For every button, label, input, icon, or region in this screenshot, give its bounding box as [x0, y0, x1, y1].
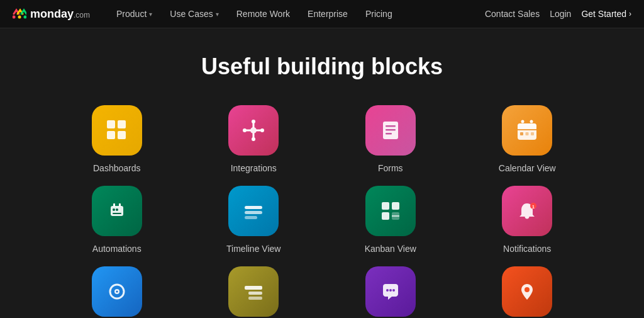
kanban-icon [365, 186, 416, 236]
svg-point-24 [530, 120, 533, 123]
get-started-button[interactable]: Get Started › [581, 9, 631, 19]
svg-point-14 [243, 128, 247, 132]
svg-rect-35 [245, 211, 262, 214]
updates-icon [365, 266, 416, 317]
map-icon [502, 266, 552, 317]
svg-point-12 [252, 120, 255, 123]
svg-point-30 [116, 208, 118, 211]
svg-rect-25 [520, 132, 523, 135]
nav-product[interactable]: Product ▾ [109, 5, 160, 23]
svg-point-23 [521, 120, 525, 123]
contact-sales-link[interactable]: Contact Sales [485, 9, 540, 19]
svg-point-15 [260, 128, 264, 132]
calendar-label: Calendar View [499, 163, 556, 173]
automations-icon [92, 186, 142, 236]
features-grid: Dashboards Integrations [52, 105, 592, 318]
dashboards-label: Dashboards [93, 163, 141, 173]
feature-timeline[interactable]: Timeline View [189, 186, 319, 254]
feature-subitems[interactable]: Subitems (In beta) [189, 266, 319, 318]
feature-kanban[interactable]: Kanban View [325, 186, 456, 254]
svg-rect-6 [118, 131, 126, 139]
feature-forms[interactable]: Forms [325, 105, 456, 173]
svg-text:1: 1 [532, 205, 535, 209]
svg-rect-47 [245, 286, 262, 290]
svg-rect-39 [382, 212, 389, 220]
svg-rect-48 [248, 292, 262, 295]
svg-rect-3 [107, 120, 115, 128]
dashboards-icon [92, 105, 142, 156]
svg-rect-38 [392, 202, 399, 210]
svg-rect-32 [113, 203, 115, 207]
notifications-label: Notifications [503, 244, 551, 254]
feature-updates[interactable]: Updates [325, 266, 456, 318]
feature-automations[interactable]: Automations [52, 186, 182, 254]
svg-point-0 [13, 16, 16, 19]
integrations-label: Integrations [231, 163, 277, 173]
calendar-icon [502, 105, 552, 156]
nav-pricing[interactable]: Pricing [358, 5, 400, 23]
svg-rect-36 [245, 216, 257, 219]
main-content: Useful building blocks Dashboards [0, 28, 644, 318]
nav-links: Product ▾ Use Cases ▾ Remote Work Enterp… [109, 5, 485, 23]
svg-rect-31 [113, 213, 121, 214]
logo-wordmark: monday.com [30, 8, 90, 21]
svg-rect-18 [386, 129, 396, 131]
svg-rect-27 [531, 132, 534, 135]
svg-rect-33 [119, 203, 121, 207]
svg-rect-21 [518, 123, 536, 130]
page-title: Useful building blocks [13, 54, 631, 80]
svg-point-50 [386, 289, 389, 292]
feature-calendar[interactable]: Calendar View [462, 105, 593, 173]
feature-dashboards[interactable]: Dashboards [52, 105, 182, 173]
login-link[interactable]: Login [550, 9, 571, 19]
svg-point-53 [525, 287, 530, 292]
kanban-label: Kanban View [365, 244, 416, 254]
svg-rect-4 [118, 120, 126, 128]
feature-workload[interactable]: Workload [52, 266, 182, 318]
integrations-icon [228, 105, 279, 156]
svg-rect-19 [386, 133, 392, 135]
nav-use-cases[interactable]: Use Cases ▾ [162, 5, 226, 23]
navbar: monday.com Product ▾ Use Cases ▾ Remote … [0, 0, 644, 28]
chevron-down-icon: ▾ [149, 11, 152, 18]
forms-icon [365, 105, 416, 156]
subitems-icon [228, 266, 279, 317]
notifications-icon: 1 [502, 186, 552, 236]
feature-map[interactable]: Map View [462, 266, 593, 318]
automations-label: Automations [92, 244, 142, 254]
arrow-right-icon: › [629, 9, 631, 18]
timeline-label: Timeline View [226, 244, 280, 254]
svg-point-51 [389, 289, 392, 292]
svg-rect-49 [248, 297, 262, 300]
forms-label: Forms [378, 163, 403, 173]
svg-point-1 [18, 16, 21, 19]
svg-rect-37 [382, 202, 389, 210]
nav-remote-work[interactable]: Remote Work [229, 5, 297, 23]
svg-point-2 [24, 16, 27, 19]
nav-right: Contact Sales Login Get Started › [485, 9, 631, 19]
timeline-icon [228, 186, 279, 236]
workload-icon [92, 266, 142, 317]
chevron-down-icon: ▾ [216, 11, 219, 18]
svg-point-13 [252, 137, 255, 141]
feature-integrations[interactable]: Integrations [189, 105, 319, 173]
svg-point-29 [113, 208, 115, 211]
logo[interactable]: monday.com [13, 8, 90, 21]
svg-rect-26 [526, 132, 529, 135]
svg-point-52 [392, 289, 395, 292]
svg-point-46 [116, 291, 118, 293]
feature-notifications[interactable]: 1 Notifications [462, 186, 593, 254]
svg-rect-34 [245, 206, 262, 209]
nav-enterprise[interactable]: Enterprise [300, 5, 355, 23]
svg-rect-17 [386, 125, 396, 127]
logo-icon [13, 8, 26, 20]
svg-rect-5 [107, 131, 115, 139]
